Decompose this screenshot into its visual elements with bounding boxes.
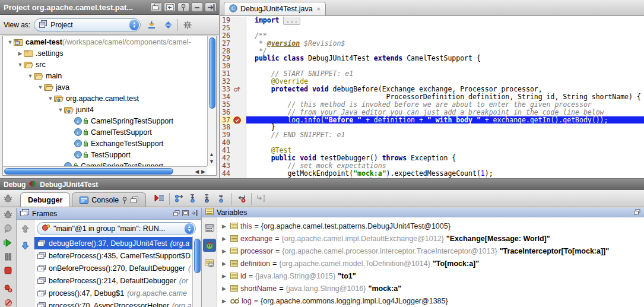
step-over-icon-button[interactable] (175, 194, 184, 204)
tree-item-exchangetestsupport[interactable]: cExchangeTestSupport (3, 138, 216, 149)
scroll-from-source-icon-button[interactable] (164, 2, 176, 12)
code-line-29[interactable]: 29public class DebugJUnit4Test extends C… (220, 55, 644, 62)
gutter-line-35[interactable]: 35 (220, 101, 246, 109)
gutter-line-27[interactable]: 27 (220, 40, 246, 48)
tab-close-icon[interactable]: × (317, 5, 321, 12)
editor-tab-debugjunit4test[interactable]: C DebugJUnit4Test.java × (224, 2, 326, 15)
auto-variables-icon-button[interactable] (203, 239, 216, 252)
restore-icon-button[interactable] (182, 210, 189, 218)
combo-stepper-icon[interactable]: ▲▼ (129, 20, 139, 30)
code-line-19[interactable]: 19import ... (220, 17, 644, 24)
frame-down-icon[interactable] (21, 242, 29, 252)
gutter-line-36[interactable]: 36 (220, 109, 246, 116)
collapse-arrow-icon[interactable]: ▼ (47, 96, 54, 102)
expand-all-icon-button[interactable] (144, 18, 158, 32)
expand-arrow-icon[interactable]: ▶ (222, 286, 228, 292)
collapse-arrow-icon[interactable]: ▼ (57, 107, 64, 113)
variable-row-shortName[interactable]: ▶shortName = {java.lang.String@1016}"moc… (217, 282, 644, 295)
frames-scrollbar[interactable] (192, 236, 201, 307)
tree-vertical-scrollbar[interactable]: ▲▼ (207, 36, 216, 166)
force-step-into-icon-button[interactable]: i (203, 194, 212, 204)
view-as-select[interactable]: Project ▲▼ (34, 18, 141, 31)
float-windows-icon[interactable] (131, 197, 138, 204)
expand-arrow-icon[interactable]: ▶ (222, 236, 228, 242)
gutter-line-43[interactable]: 43 (220, 162, 246, 170)
breakpoint-icon[interactable] (233, 116, 241, 124)
frame-item[interactable]: <·>process():70, AsyncProcessorHelper (o… (34, 299, 201, 307)
evaluate-calculator-icon-button[interactable] (203, 221, 216, 234)
tree-item--settings[interactable]: ▶.settings (3, 48, 216, 59)
code-line-25[interactable]: 25 (220, 24, 644, 32)
tree-item-junit4[interactable]: ▼junit4 (3, 104, 216, 115)
expand-arrow-icon[interactable]: ▶ (17, 50, 24, 56)
frame-item[interactable]: <·>beforeProcess():435, CamelTestSupport… (34, 249, 201, 262)
view-breakpoints-icon-button[interactable] (4, 284, 12, 295)
variable-row-processor[interactable]: ▶processor = {org.apache.camel.processor… (217, 245, 644, 257)
collapse-arrow-icon[interactable]: ▼ (17, 62, 24, 68)
expand-arrow-icon[interactable]: ▶ (222, 223, 228, 229)
expand-arrow-icon[interactable]: ▶ (222, 261, 228, 267)
frame-up-icon[interactable] (21, 224, 29, 235)
tree-horizontal-scrollbar[interactable]: ◀▶ (3, 166, 207, 175)
rerun-debug-icon-button[interactable] (4, 210, 12, 220)
pause-icon-button[interactable] (5, 253, 12, 262)
tree-item-camel-test[interactable]: ▼camel-test (/workspace/camel/components… (3, 36, 216, 48)
variable-row-this[interactable]: ▶this = {org.apache.camel.test.patterns.… (217, 220, 644, 232)
rerun-debug-icon[interactable] (4, 194, 12, 202)
minimize-icon-button[interactable] (191, 2, 203, 12)
hide-panel-icon-button[interactable] (205, 2, 217, 12)
gutter-line-33[interactable]: 33 (220, 86, 246, 93)
gutter-line-19[interactable]: 19 (220, 17, 246, 24)
tree-item-testsupport[interactable]: cTestSupport (3, 149, 216, 160)
pin-icon[interactable] (122, 197, 128, 204)
variable-row-exchange[interactable]: ▶exchange = {org.apache.camel.impl.Defau… (217, 232, 644, 245)
tree-item-java[interactable]: ▼java (3, 81, 216, 93)
gutter-line-34[interactable]: 34 (220, 93, 246, 101)
float-small-icon-button[interactable] (634, 208, 640, 217)
collapse-all-icon-button[interactable] (161, 18, 175, 32)
stop-icon-button[interactable] (4, 267, 12, 276)
tree-item-cameltestsupport[interactable]: cCamelTestSupport (3, 126, 216, 138)
frame-item[interactable]: <·>onBeforeProcess():270, DefaultDebugge… (34, 262, 201, 274)
collapse-arrow-icon[interactable]: ▼ (27, 73, 34, 79)
variable-row-definition[interactable]: ▶definition = {org.apache.camel.model.To… (217, 257, 644, 270)
gutter-line-42[interactable]: 42 (220, 154, 246, 162)
variable-row-id[interactable]: ▶id = {java.lang.String@1015}"to1" (217, 270, 644, 282)
show-execution-point-icon-button[interactable] (154, 194, 164, 204)
watches-icon-button[interactable]: a (203, 257, 216, 270)
code-line-39[interactable]: 39 // END SNIPPET: e1 (220, 131, 644, 139)
expand-arrow-icon[interactable]: ▶ (222, 298, 228, 304)
collapse-arrow-icon[interactable]: ▼ (37, 84, 44, 90)
float-windows-icon-button[interactable] (150, 2, 162, 12)
code-editor[interactable]: 19import ...2526/**27 * @version $Revisi… (220, 17, 644, 178)
frame-item[interactable]: <·>debugBefore():37, DebugJUnit4Test (or… (34, 237, 201, 249)
pin-icon-button[interactable] (177, 2, 189, 12)
debug-tab-console[interactable]: Console (72, 192, 146, 207)
gutter-line-26[interactable]: 26 (220, 32, 246, 40)
tree-item-src[interactable]: ▼src (3, 59, 216, 70)
expand-arrow-icon[interactable]: ▶ (222, 248, 228, 254)
step-into-icon-button[interactable] (189, 194, 198, 204)
gutter-line-25[interactable]: 25 (220, 24, 246, 32)
balloon-hints-icon-button[interactable] (4, 224, 12, 235)
run-to-cursor-icon-button[interactable] (256, 194, 266, 204)
expand-arrow-icon[interactable]: ▶ (222, 273, 228, 279)
hide-right-icon-button[interactable] (191, 210, 198, 218)
thread-selector[interactable]: "main"@1 in group "main": RUN... ▲▼ (37, 222, 196, 235)
collapse-arrow-icon[interactable]: ▼ (7, 39, 14, 45)
float-small-icon-button[interactable] (173, 210, 180, 218)
resume-icon-button[interactable] (4, 239, 13, 249)
frame-item[interactable]: <·>process():47, Debug$1 (org.apache.cam… (34, 287, 201, 299)
frame-item[interactable]: <·>beforeProcess():214, DefaultDebugger … (34, 274, 201, 287)
tree-item-org-apache-camel-test[interactable]: ▼org.apache.camel.test (3, 93, 216, 104)
tree-item-main[interactable]: ▼main (3, 70, 216, 81)
variable-row-log[interactable]: ▶log = {org.apache.commons.logging.impl.… (217, 295, 644, 307)
settings-gear-icon-button[interactable] (180, 18, 195, 32)
step-out-icon-button[interactable] (217, 194, 227, 204)
debug-tab-debugger[interactable]: Debugger (20, 192, 70, 207)
pop-frame-icon-button[interactable] (237, 194, 246, 204)
combo-stepper-icon[interactable]: ▲▼ (185, 223, 194, 234)
tree-item-camelspringtestsupport[interactable]: cCamelSpringTestSupport (3, 115, 216, 126)
gutter-line-44[interactable]: 44 (220, 170, 246, 178)
mute-breakpoints-icon-button[interactable] (4, 299, 12, 307)
